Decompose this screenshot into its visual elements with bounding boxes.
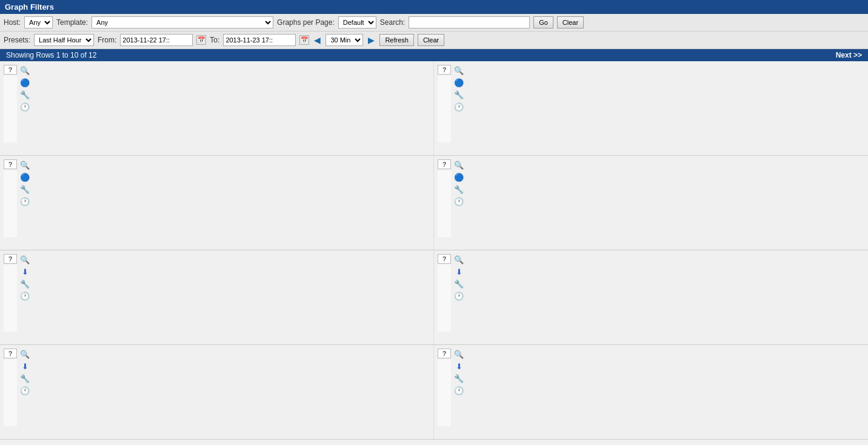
- graph-row-2: ? 🔍 🔵 🔧 🕐 ?: [0, 156, 868, 250]
- icon-row-2-left: 🔍 🔵 🔧 🕐: [19, 159, 30, 207]
- filter-row-1: Host: Any Template: Any Graphs per Page:…: [0, 14, 868, 32]
- graph-cell-4-right: ? 🔍 ⬇ 🔧 🕐: [434, 345, 868, 439]
- magnify-icon-2-left[interactable]: 🔍: [19, 159, 30, 170]
- prev-arrow-button[interactable]: ◀: [313, 35, 322, 45]
- q-box-2-left: ?: [4, 159, 17, 169]
- clock-icon-1-right[interactable]: 🕐: [453, 101, 464, 112]
- q-box-1-right: ?: [438, 65, 451, 75]
- to-input[interactable]: [223, 34, 296, 46]
- graph-cell-4-left: ? 🔍 ⬇ 🔧 🕐: [0, 345, 434, 439]
- graph-cell-2-left: ? 🔍 🔵 🔧 🕐: [0, 156, 434, 250]
- title-label: Graph Filters: [5, 2, 54, 12]
- to-label: To:: [210, 36, 219, 44]
- clock-icon-2-right[interactable]: 🕐: [453, 196, 464, 207]
- info-icon-2-left[interactable]: 🔵: [19, 172, 30, 182]
- graph-header-4-left: ?: [4, 349, 17, 358]
- wrench-icon-3-left[interactable]: 🔧: [19, 278, 30, 289]
- graphs-per-page-label: Graphs per Page:: [277, 18, 335, 27]
- magnify-icon-3-left[interactable]: 🔍: [19, 254, 30, 265]
- search-input[interactable]: [409, 16, 530, 28]
- host-select[interactable]: Any: [24, 16, 53, 28]
- q-box-1-left: ?: [4, 65, 17, 75]
- graph-canvas-2-right: [438, 170, 451, 237]
- graph-canvas-4-right: [438, 360, 451, 426]
- graph-row-1: ? 🔍 🔵 🔧 🕐 ?: [0, 61, 868, 156]
- info-down-icon-4-right[interactable]: ⬇: [453, 361, 464, 372]
- graph-header-1-right: ?: [438, 65, 451, 75]
- icon-row-3-left: 🔍 ⬇ 🔧 🕐: [19, 254, 30, 301]
- q-box-2-right: ?: [438, 159, 451, 169]
- magnify-icon-3-right[interactable]: 🔍: [453, 254, 464, 265]
- refresh-button[interactable]: Refresh: [379, 34, 414, 46]
- clock-icon-4-left[interactable]: 🕐: [19, 385, 30, 396]
- presets-label: Presets:: [4, 36, 30, 44]
- icon-row-1-left: 🔍 🔵 🔧 🕐: [19, 65, 30, 112]
- magnify-icon-4-right[interactable]: 🔍: [453, 349, 464, 360]
- graph-canvas-1-left: [4, 76, 17, 142]
- graph-header-2-left: ?: [4, 159, 17, 169]
- graph-cell-3-right: ? 🔍 ⬇ 🔧 🕐: [434, 250, 868, 344]
- content-area: ? 🔍 🔵 🔧 🕐 ?: [0, 61, 868, 440]
- icon-row-4-right: 🔍 ⬇ 🔧 🕐: [453, 349, 464, 396]
- info-icon-1-left[interactable]: 🔵: [19, 77, 30, 88]
- graph-canvas-3-right: [438, 265, 451, 332]
- graph-header-3-left: ?: [4, 254, 17, 264]
- go-button[interactable]: Go: [533, 16, 553, 28]
- clock-icon-2-left[interactable]: 🕐: [19, 196, 30, 207]
- info-down-icon-3-right[interactable]: ⬇: [453, 266, 464, 277]
- from-label: From:: [98, 36, 116, 44]
- graphs-per-page-select[interactable]: Default: [338, 16, 376, 28]
- clear-button-bottom[interactable]: Clear: [418, 34, 444, 46]
- presets-select[interactable]: Last Half Hour: [34, 34, 94, 46]
- graph-header-1-left: ?: [4, 65, 17, 75]
- icon-row-3-right: 🔍 ⬇ 🔧 🕐: [453, 254, 464, 301]
- clock-icon-3-left[interactable]: 🕐: [19, 290, 30, 301]
- graph-cell-1-left: ? 🔍 🔵 🔧 🕐: [0, 61, 434, 155]
- q-box-4-left: ?: [4, 349, 17, 358]
- graph-cell-2-right: ? 🔍 🔵 🔧 🕐: [434, 156, 868, 250]
- graph-canvas-3-left: [4, 265, 17, 332]
- magnify-icon-2-right[interactable]: 🔍: [453, 159, 464, 170]
- from-calendar-icon[interactable]: 📅: [196, 35, 206, 45]
- next-arrow-button[interactable]: ▶: [367, 35, 376, 45]
- info-icon-2-right[interactable]: 🔵: [453, 172, 464, 182]
- graph-row-3: ? 🔍 ⬇ 🔧 🕐 ?: [0, 250, 868, 345]
- clear-button-top[interactable]: Clear: [557, 16, 584, 28]
- title-bar: Graph Filters: [0, 0, 868, 14]
- graph-header-3-right: ?: [438, 254, 451, 264]
- info-down-icon-3-left[interactable]: ⬇: [19, 266, 30, 277]
- wrench-icon-2-left[interactable]: 🔧: [19, 184, 30, 195]
- magnify-icon-1-left[interactable]: 🔍: [19, 65, 30, 76]
- clock-icon-4-right[interactable]: 🕐: [453, 385, 464, 396]
- icon-row-2-right: 🔍 🔵 🔧 🕐: [453, 159, 464, 207]
- wrench-icon-2-right[interactable]: 🔧: [453, 184, 464, 195]
- q-box-3-left: ?: [4, 254, 17, 264]
- graph-canvas-4-left: [4, 360, 17, 426]
- info-icon-1-right[interactable]: 🔵: [453, 77, 464, 88]
- wrench-icon-1-left[interactable]: 🔧: [19, 89, 30, 100]
- wrench-icon-1-right[interactable]: 🔧: [453, 89, 464, 100]
- wrench-icon-4-left[interactable]: 🔧: [19, 373, 30, 384]
- q-box-4-right: ?: [438, 349, 451, 358]
- clock-icon-3-right[interactable]: 🕐: [453, 290, 464, 301]
- next-link[interactable]: Next >>: [836, 51, 862, 59]
- graph-cell-3-left: ? 🔍 ⬇ 🔧 🕐: [0, 250, 434, 344]
- status-bar: Showing Rows 1 to 10 of 12 Next >>: [0, 49, 868, 61]
- wrench-icon-4-right[interactable]: 🔧: [453, 373, 464, 384]
- graph-header-4-right: ?: [438, 349, 451, 358]
- template-label: Template:: [56, 18, 88, 27]
- info-down-icon-4-left[interactable]: ⬇: [19, 361, 30, 372]
- template-select[interactable]: Any: [92, 16, 273, 28]
- graph-canvas-1-right: [438, 76, 451, 142]
- graph-header-2-right: ?: [438, 159, 451, 169]
- magnify-icon-4-left[interactable]: 🔍: [19, 349, 30, 360]
- wrench-icon-3-right[interactable]: 🔧: [453, 278, 464, 289]
- from-input[interactable]: [120, 34, 193, 46]
- showing-text: Showing Rows 1 to 10 of 12: [6, 51, 96, 59]
- graph-cell-1-right: ? 🔍 🔵 🔧 🕐: [434, 61, 868, 155]
- clock-icon-1-left[interactable]: 🕐: [19, 101, 30, 112]
- to-calendar-icon[interactable]: 📅: [299, 35, 309, 45]
- interval-select[interactable]: 30 Min: [326, 34, 363, 46]
- magnify-icon-1-right[interactable]: 🔍: [453, 65, 464, 76]
- icon-row-4-left: 🔍 ⬇ 🔧 🕐: [19, 349, 30, 396]
